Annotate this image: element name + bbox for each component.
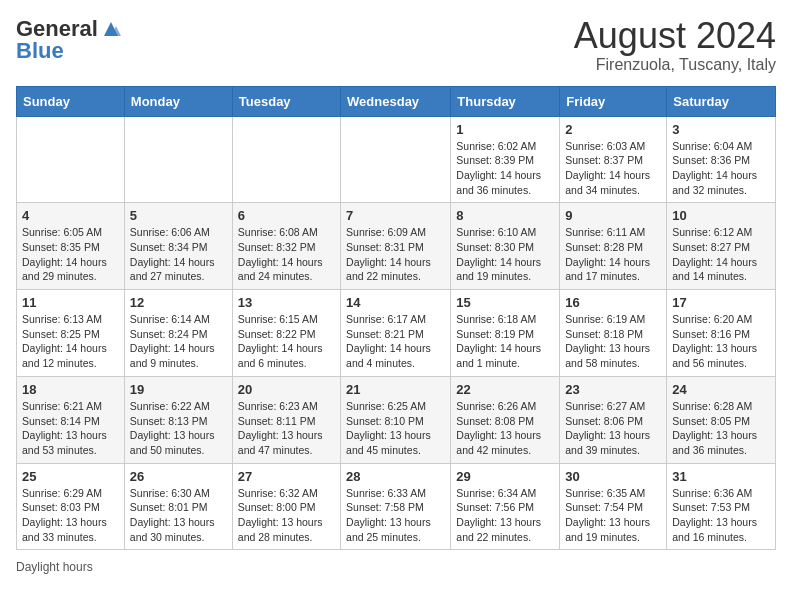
day-info: Sunrise: 6:32 AM Sunset: 8:00 PM Dayligh… <box>238 486 335 545</box>
day-number: 16 <box>565 295 661 310</box>
calendar-cell: 26Sunrise: 6:30 AM Sunset: 8:01 PM Dayli… <box>124 463 232 550</box>
day-info: Sunrise: 6:21 AM Sunset: 8:14 PM Dayligh… <box>22 399 119 458</box>
day-info: Sunrise: 6:02 AM Sunset: 8:39 PM Dayligh… <box>456 139 554 198</box>
calendar-cell: 8Sunrise: 6:10 AM Sunset: 8:30 PM Daylig… <box>451 203 560 290</box>
day-info: Sunrise: 6:36 AM Sunset: 7:53 PM Dayligh… <box>672 486 770 545</box>
calendar-cell: 28Sunrise: 6:33 AM Sunset: 7:58 PM Dayli… <box>341 463 451 550</box>
day-number: 7 <box>346 208 445 223</box>
calendar-cell: 25Sunrise: 6:29 AM Sunset: 8:03 PM Dayli… <box>17 463 125 550</box>
calendar-cell: 11Sunrise: 6:13 AM Sunset: 8:25 PM Dayli… <box>17 290 125 377</box>
day-info: Sunrise: 6:14 AM Sunset: 8:24 PM Dayligh… <box>130 312 227 371</box>
calendar-cell <box>17 116 125 203</box>
calendar-week-5: 25Sunrise: 6:29 AM Sunset: 8:03 PM Dayli… <box>17 463 776 550</box>
calendar-cell: 20Sunrise: 6:23 AM Sunset: 8:11 PM Dayli… <box>232 376 340 463</box>
calendar-cell: 5Sunrise: 6:06 AM Sunset: 8:34 PM Daylig… <box>124 203 232 290</box>
location-subtitle: Firenzuola, Tuscany, Italy <box>574 56 776 74</box>
day-info: Sunrise: 6:08 AM Sunset: 8:32 PM Dayligh… <box>238 225 335 284</box>
day-info: Sunrise: 6:03 AM Sunset: 8:37 PM Dayligh… <box>565 139 661 198</box>
calendar-week-4: 18Sunrise: 6:21 AM Sunset: 8:14 PM Dayli… <box>17 376 776 463</box>
day-number: 30 <box>565 469 661 484</box>
calendar-cell: 4Sunrise: 6:05 AM Sunset: 8:35 PM Daylig… <box>17 203 125 290</box>
day-info: Sunrise: 6:25 AM Sunset: 8:10 PM Dayligh… <box>346 399 445 458</box>
calendar-cell: 22Sunrise: 6:26 AM Sunset: 8:08 PM Dayli… <box>451 376 560 463</box>
day-number: 6 <box>238 208 335 223</box>
page-header: General Blue August 2024 Firenzuola, Tus… <box>16 16 776 74</box>
calendar-header-saturday: Saturday <box>667 86 776 116</box>
day-info: Sunrise: 6:20 AM Sunset: 8:16 PM Dayligh… <box>672 312 770 371</box>
calendar-cell: 15Sunrise: 6:18 AM Sunset: 8:19 PM Dayli… <box>451 290 560 377</box>
calendar-cell <box>232 116 340 203</box>
day-info: Sunrise: 6:09 AM Sunset: 8:31 PM Dayligh… <box>346 225 445 284</box>
calendar-table: SundayMondayTuesdayWednesdayThursdayFrid… <box>16 86 776 551</box>
calendar-header-sunday: Sunday <box>17 86 125 116</box>
calendar-cell <box>341 116 451 203</box>
day-info: Sunrise: 6:33 AM Sunset: 7:58 PM Dayligh… <box>346 486 445 545</box>
calendar-header-tuesday: Tuesday <box>232 86 340 116</box>
day-info: Sunrise: 6:22 AM Sunset: 8:13 PM Dayligh… <box>130 399 227 458</box>
calendar-cell: 12Sunrise: 6:14 AM Sunset: 8:24 PM Dayli… <box>124 290 232 377</box>
day-number: 8 <box>456 208 554 223</box>
day-number: 4 <box>22 208 119 223</box>
day-info: Sunrise: 6:34 AM Sunset: 7:56 PM Dayligh… <box>456 486 554 545</box>
calendar-cell: 2Sunrise: 6:03 AM Sunset: 8:37 PM Daylig… <box>560 116 667 203</box>
logo-icon <box>100 18 122 40</box>
day-number: 26 <box>130 469 227 484</box>
day-info: Sunrise: 6:17 AM Sunset: 8:21 PM Dayligh… <box>346 312 445 371</box>
calendar-cell: 30Sunrise: 6:35 AM Sunset: 7:54 PM Dayli… <box>560 463 667 550</box>
calendar-cell: 17Sunrise: 6:20 AM Sunset: 8:16 PM Dayli… <box>667 290 776 377</box>
calendar-cell: 27Sunrise: 6:32 AM Sunset: 8:00 PM Dayli… <box>232 463 340 550</box>
day-number: 13 <box>238 295 335 310</box>
day-number: 11 <box>22 295 119 310</box>
day-number: 20 <box>238 382 335 397</box>
day-number: 18 <box>22 382 119 397</box>
calendar-week-1: 1Sunrise: 6:02 AM Sunset: 8:39 PM Daylig… <box>17 116 776 203</box>
day-info: Sunrise: 6:23 AM Sunset: 8:11 PM Dayligh… <box>238 399 335 458</box>
day-number: 28 <box>346 469 445 484</box>
calendar-cell <box>124 116 232 203</box>
day-info: Sunrise: 6:30 AM Sunset: 8:01 PM Dayligh… <box>130 486 227 545</box>
logo: General Blue <box>16 16 122 64</box>
day-info: Sunrise: 6:10 AM Sunset: 8:30 PM Dayligh… <box>456 225 554 284</box>
day-number: 9 <box>565 208 661 223</box>
calendar-cell: 7Sunrise: 6:09 AM Sunset: 8:31 PM Daylig… <box>341 203 451 290</box>
day-info: Sunrise: 6:11 AM Sunset: 8:28 PM Dayligh… <box>565 225 661 284</box>
calendar-cell: 16Sunrise: 6:19 AM Sunset: 8:18 PM Dayli… <box>560 290 667 377</box>
calendar-cell: 29Sunrise: 6:34 AM Sunset: 7:56 PM Dayli… <box>451 463 560 550</box>
calendar-header-friday: Friday <box>560 86 667 116</box>
calendar-header-row: SundayMondayTuesdayWednesdayThursdayFrid… <box>17 86 776 116</box>
calendar-cell: 18Sunrise: 6:21 AM Sunset: 8:14 PM Dayli… <box>17 376 125 463</box>
calendar-cell: 1Sunrise: 6:02 AM Sunset: 8:39 PM Daylig… <box>451 116 560 203</box>
day-number: 2 <box>565 122 661 137</box>
day-info: Sunrise: 6:15 AM Sunset: 8:22 PM Dayligh… <box>238 312 335 371</box>
day-info: Sunrise: 6:29 AM Sunset: 8:03 PM Dayligh… <box>22 486 119 545</box>
day-number: 17 <box>672 295 770 310</box>
footer-note: Daylight hours <box>16 560 776 574</box>
day-info: Sunrise: 6:06 AM Sunset: 8:34 PM Dayligh… <box>130 225 227 284</box>
day-number: 21 <box>346 382 445 397</box>
calendar-cell: 19Sunrise: 6:22 AM Sunset: 8:13 PM Dayli… <box>124 376 232 463</box>
calendar-cell: 31Sunrise: 6:36 AM Sunset: 7:53 PM Dayli… <box>667 463 776 550</box>
logo-blue: Blue <box>16 38 64 64</box>
day-number: 23 <box>565 382 661 397</box>
calendar-week-3: 11Sunrise: 6:13 AM Sunset: 8:25 PM Dayli… <box>17 290 776 377</box>
day-info: Sunrise: 6:18 AM Sunset: 8:19 PM Dayligh… <box>456 312 554 371</box>
calendar-cell: 6Sunrise: 6:08 AM Sunset: 8:32 PM Daylig… <box>232 203 340 290</box>
day-info: Sunrise: 6:28 AM Sunset: 8:05 PM Dayligh… <box>672 399 770 458</box>
calendar-week-2: 4Sunrise: 6:05 AM Sunset: 8:35 PM Daylig… <box>17 203 776 290</box>
calendar-header-monday: Monday <box>124 86 232 116</box>
day-info: Sunrise: 6:12 AM Sunset: 8:27 PM Dayligh… <box>672 225 770 284</box>
day-number: 31 <box>672 469 770 484</box>
calendar-cell: 3Sunrise: 6:04 AM Sunset: 8:36 PM Daylig… <box>667 116 776 203</box>
calendar-header-wednesday: Wednesday <box>341 86 451 116</box>
calendar-cell: 21Sunrise: 6:25 AM Sunset: 8:10 PM Dayli… <box>341 376 451 463</box>
day-number: 3 <box>672 122 770 137</box>
calendar-cell: 10Sunrise: 6:12 AM Sunset: 8:27 PM Dayli… <box>667 203 776 290</box>
day-info: Sunrise: 6:04 AM Sunset: 8:36 PM Dayligh… <box>672 139 770 198</box>
day-number: 14 <box>346 295 445 310</box>
day-number: 1 <box>456 122 554 137</box>
day-number: 12 <box>130 295 227 310</box>
calendar-cell: 23Sunrise: 6:27 AM Sunset: 8:06 PM Dayli… <box>560 376 667 463</box>
day-number: 5 <box>130 208 227 223</box>
day-number: 15 <box>456 295 554 310</box>
day-info: Sunrise: 6:13 AM Sunset: 8:25 PM Dayligh… <box>22 312 119 371</box>
